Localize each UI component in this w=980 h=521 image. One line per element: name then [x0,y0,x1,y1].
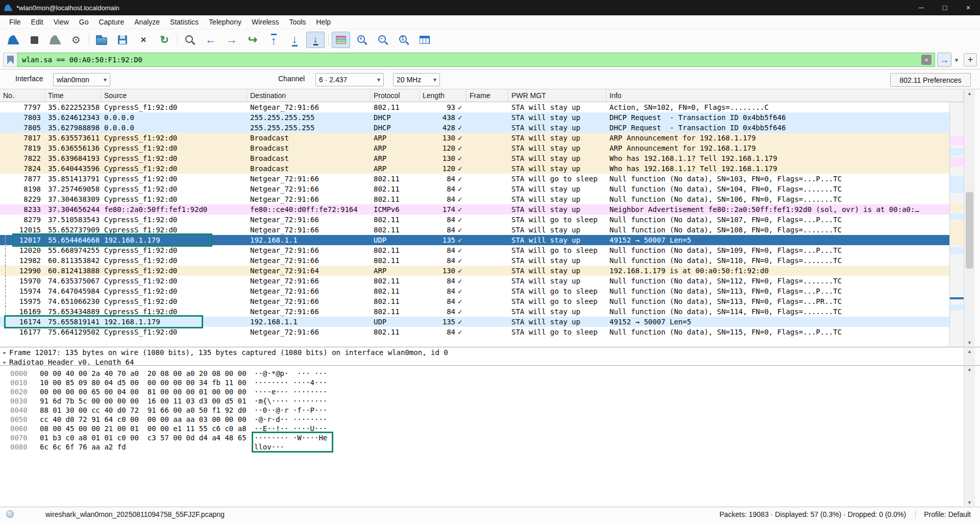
packet-row-8229[interactable]: 822937.304638309CypressS_f1:92:d0Netgear… [0,194,949,204]
column-header-pwr-mgt[interactable]: PWR MGT [508,90,606,102]
hex-row[interactable]: 000000 00 40 00 2a 40 70 a0 20 08 00 a0 … [10,369,964,378]
packet-row-12982[interactable]: 1298260.811353842CypressS_f1:92:d0Netgea… [0,255,949,266]
packet-row-7819[interactable]: 781935.636556136CypressS_f1:92:d0Broadca… [0,143,949,153]
packet-row-15975[interactable]: 1597574.651066230CypressS_f1:92:d0Netgea… [0,296,949,306]
scroll-up-icon[interactable]: ▲ [964,348,975,355]
packet-row-7803[interactable]: 780335.6246123430.0.0.0255.255.255.255DH… [0,112,949,123]
column-header-frame[interactable]: Frame [467,90,508,102]
stop-capture-button[interactable] [25,32,43,48]
zoom-out-button[interactable]: − [374,32,392,48]
scroll-down-icon[interactable]: ▼ [964,499,975,506]
column-header-no[interactable]: No. [0,90,45,102]
expand-icon[interactable]: ▸ [0,348,9,358]
column-header-length[interactable]: Length [420,90,467,102]
maximize-icon[interactable]: □ [933,0,957,15]
go-last-button[interactable]: ↓ [285,32,304,48]
menu-item-telephony[interactable]: Telephony [204,15,247,29]
packet-row-7805[interactable]: 780535.6279888980.0.0.0255.255.255.255DH… [0,123,949,133]
bytes-scrollbar[interactable]: ▲ ▼ [964,366,975,506]
packet-row-7822[interactable]: 782235.639684193CypressS_f1:92:d0Broadca… [0,153,949,163]
menu-item-capture[interactable]: Capture [93,15,129,29]
packet-row-8279[interactable]: 827937.510583543CypressS_f1:92:d0Netgear… [0,215,949,225]
filter-apply-icon[interactable]: → [937,53,951,67]
packet-row-7817[interactable]: 781735.635573611CypressS_f1:92:d0Broadca… [0,133,949,143]
go-forward-button[interactable]: → [223,32,241,48]
expert-info-icon[interactable] [6,510,14,518]
scroll-up-icon[interactable]: ▲ [964,90,975,97]
scroll-up-icon[interactable]: ▲ [964,366,975,373]
hex-row[interactable]: 002000 00 00 00 65 00 04 00 81 00 00 00 … [10,387,964,396]
packet-row-7877[interactable]: 787735.851413791CypressS_f1:92:d0Netgear… [0,174,949,184]
hex-row[interactable]: 001010 00 85 09 80 04 d5 00 00 00 00 00 … [10,378,964,387]
menu-item-edit[interactable]: Edit [26,15,48,29]
filter-clear-icon[interactable]: × [921,55,932,65]
go-to-packet-button[interactable]: ↪ [243,32,262,48]
colorize-button[interactable] [332,32,350,48]
profile-selector[interactable]: Profile: Default [915,510,980,518]
open-file-button[interactable] [92,32,111,48]
packet-row-12990[interactable]: 1299060.812413888CypressS_f1:92:d0Netgea… [0,266,949,276]
minimize-icon[interactable]: ─ [910,0,933,15]
packet-row-8198[interactable]: 819837.257469058CypressS_f1:92:d0Netgear… [0,184,949,194]
menu-item-view[interactable]: View [48,15,74,29]
hex-row[interactable]: 0050cc 40 d0 72 91 64 c0 00 00 00 aa aa … [10,415,964,424]
zoom-in-button[interactable]: + [353,32,371,48]
hex-row[interactable]: 003091 6d 7b 5c 00 00 00 00 16 00 11 03 … [10,396,964,406]
close-icon[interactable]: × [957,0,980,15]
menu-item-go[interactable]: Go [74,15,94,29]
save-file-button[interactable] [113,32,132,48]
menu-item-tools[interactable]: Tools [284,15,311,29]
detail-line[interactable]: ▸Frame 12017: 135 bytes on wire (1080 bi… [0,348,964,358]
go-back-button[interactable]: ← [202,32,220,48]
pane-splitter[interactable] [0,347,980,347]
packet-list-scrollbar[interactable]: ▲ ▼ [964,90,975,346]
display-filter-field[interactable]: × [17,53,935,67]
start-capture-button[interactable] [4,32,22,48]
cell-frame [467,235,508,245]
auto-scroll-button[interactable]: ↓ [306,32,325,48]
wlan-preferences-button[interactable]: 802.11 Preferences [890,73,971,87]
hex-row[interactable]: 006008 00 45 00 00 21 00 01 00 00 e1 11 … [10,424,964,433]
hex-row[interactable]: 00806c 6c 6f 76 aa a2 fdllov··· [10,442,964,452]
filter-bookmark-button[interactable] [3,53,17,67]
column-header-info[interactable]: Info [606,90,964,102]
packet-row-15974[interactable]: 1597474.647045984CypressS_f1:92:d0Netgea… [0,286,949,296]
bandwidth-select[interactable]: 20 MHz ▾ [393,73,440,86]
zoom-original-button[interactable]: 1 [395,32,413,48]
menu-item-wireless[interactable]: Wireless [247,15,284,29]
expand-icon[interactable]: ▸ [0,358,9,365]
menu-item-analyze[interactable]: Analyze [129,15,165,29]
column-header-source[interactable]: Source [101,90,247,102]
packet-row-12020[interactable]: 1202055.668974255CypressS_f1:92:d0Netgea… [0,245,949,255]
column-header-time[interactable]: Time [45,90,101,102]
menu-item-statistics[interactable]: Statistics [165,15,204,29]
scrollbar-thumb[interactable] [966,192,973,269]
filter-add-button[interactable]: + [964,53,977,66]
interface-select[interactable]: wlan0mon ▾ [53,73,110,86]
packet-row-7797[interactable]: 779735.622252358CypressS_f1:92:d0Netgear… [0,102,949,112]
restart-capture-button[interactable] [46,32,64,48]
packet-row-16177[interactable]: 1617775.664129502CypressS_f1:92:d0Netgea… [0,327,949,337]
close-file-button[interactable]: × [134,32,153,48]
packet-row-8233[interactable]: 823337.304656244fe80::2a0:50ff:fef1:92d0… [0,204,949,215]
display-filter-input[interactable] [18,56,921,64]
capture-options-button[interactable]: ⚙ [67,32,85,48]
column-header-destination[interactable]: Destination [247,90,371,102]
reload-file-button[interactable]: ↻ [155,32,174,48]
packet-row-7824[interactable]: 782435.640443596CypressS_f1:92:d0Broadca… [0,163,949,174]
go-first-button[interactable]: ↑ [264,32,283,48]
resize-columns-button[interactable] [415,32,434,48]
hex-row[interactable]: 007001 b3 c0 a8 01 01 c0 00 c3 57 00 0d … [10,433,964,442]
column-header-protocol[interactable]: Protocol [371,90,420,102]
find-packet-button[interactable] [181,32,199,48]
detail-line[interactable]: ▸Radiotap Header v0, Length 64 [0,358,964,365]
details-scrollbar[interactable]: ▲ [964,348,975,365]
intelligent-scrollbar-minimap[interactable] [949,102,964,346]
scroll-down-icon[interactable]: ▼ [964,339,975,346]
packet-row-15970[interactable]: 1597074.635375067CypressS_f1:92:d0Netgea… [0,276,949,286]
channel-select[interactable]: 6 · 2.437 ▾ [315,73,384,86]
filter-dropdown-icon[interactable]: ▾ [951,56,962,64]
menu-item-help[interactable]: Help [311,15,336,29]
menu-item-file[interactable]: File [4,15,26,29]
hex-row[interactable]: 004088 01 30 00 cc 40 d0 72 91 66 00 a0 … [10,406,964,415]
